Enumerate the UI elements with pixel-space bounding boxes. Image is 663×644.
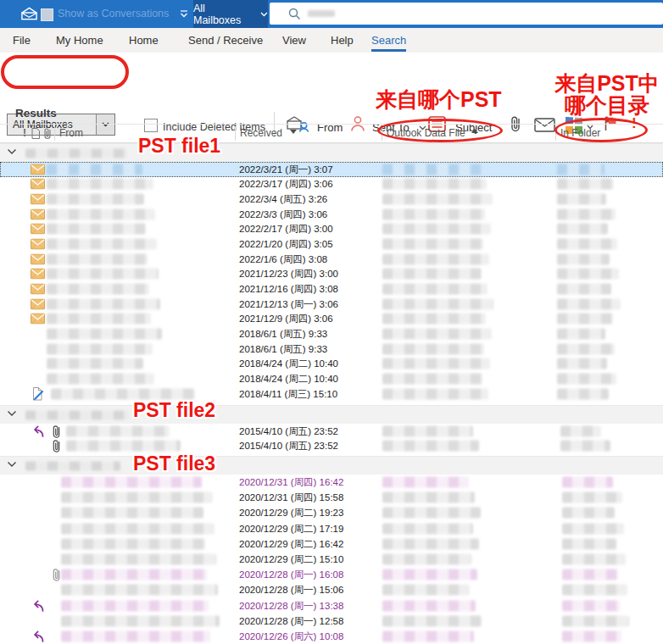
redacted-data-file [382,358,490,369]
unread-mail-icon [31,179,45,190]
redacted-data-file [382,208,485,219]
group-header[interactable] [0,405,663,424]
redacted-sender [61,523,214,534]
unread-mail-icon [31,239,45,250]
email-row[interactable]: 2022/3/4 (周五) 3:26 [0,192,663,207]
redacted-sender [47,284,149,295]
email-row[interactable]: 2022/1/20 (周四) 3:05 [0,236,663,252]
group-collapse-chevron-icon[interactable] [7,410,17,417]
email-row[interactable]: 2022/2/17 (周四) 3:00 [0,222,663,237]
redacted-data-file [382,373,482,384]
received-date: 2020/12/28 (周一) 13:38 [239,599,343,612]
email-row[interactable]: 2020/12/29 (周二) 15:10 [0,552,663,567]
redacted-folder [560,425,601,436]
redacted-folder [557,388,609,399]
redacted-folder [557,343,615,354]
redacted-sender [61,538,205,549]
email-row[interactable]: 2021/12/16 (周四) 3:08 [0,281,663,297]
email-row[interactable]: 2020/12/28 (周一) 15:06 [0,582,663,597]
email-row[interactable]: 2020/12/28 (周一) 12:58 [0,613,663,629]
outlook-search-window: Show as Conversations All Mailboxes File… [0,0,663,644]
redacted-data-file [382,600,476,611]
redacted-sender [47,343,153,354]
redacted-folder [560,441,610,452]
redacted-folder [557,194,606,205]
received-date: 2022/3/3 (周四) 3:06 [239,208,327,220]
email-row[interactable]: 2021/12/9 (周四) 3:06 [0,312,663,327]
redacted-folder [557,269,619,280]
email-row[interactable]: 2015/4/10 (周五) 23:52 [0,424,663,439]
received-date: 2020/12/31 (周四) 16:42 [239,476,343,489]
redacted-data-file [382,314,486,325]
received-date: 2020/12/28 (周一) 16:08 [239,569,343,581]
redacted-sender [47,373,154,384]
group-header[interactable] [0,456,663,475]
redacted-data-file [382,492,475,503]
email-row[interactable]: 2021/12/13 (周一) 3:06 [0,297,663,312]
received-date: 2020/12/28 (周一) 12:58 [239,614,343,627]
redacted-folder [557,314,613,325]
redacted-sender [61,477,202,488]
redacted-data-file [382,631,474,642]
group-collapse-chevron-icon[interactable] [7,461,17,468]
received-date: 2020/12/29 (周二) 15:10 [239,553,343,566]
redacted-sender [66,425,170,436]
email-row[interactable]: 2018/6/1 (周五) 9:33 [0,326,663,341]
redacted-data-file [382,441,479,452]
redacted-folder [557,284,611,295]
redacted-sender [51,388,195,399]
redacted-data-file [382,569,477,580]
received-date: 2020/12/29 (周二) 19:23 [239,507,343,519]
received-date: 2015/4/10 (周五) 23:52 [239,425,338,437]
received-date: 2020/12/26 (周六) 10:08 [239,630,343,643]
reply-icon [29,630,45,643]
email-row[interactable]: 2020/12/28 (周一) 13:38 [0,598,663,613]
email-row[interactable]: 2020/12/26 (周六) 10:08 [0,629,663,644]
redacted-sender [61,508,203,519]
email-row[interactable]: 2022/3/3 (周四) 3:06 [0,207,663,222]
email-list: 2022/3/21 (周一) 3:072022/3/17 (周四) 3:0620… [0,0,663,644]
redacted-sender [61,631,210,642]
redacted-sender [47,239,157,250]
group-collapse-chevron-icon[interactable] [7,148,17,155]
redacted-data-file [382,343,484,354]
email-row[interactable]: 2022/3/21 (周一) 3:07 [0,162,663,177]
email-row[interactable]: 2018/4/24 (周二) 10:40 [0,371,663,386]
redacted-data-file [382,585,470,596]
redacted-folder [557,253,610,264]
received-date: 2022/1/6 (周四) 3:08 [239,253,327,265]
redacted-sender [61,615,220,626]
redacted-sender [47,224,146,235]
unread-mail-icon [31,284,45,295]
email-row[interactable]: 2020/12/31 (周四) 16:42 [0,475,663,490]
email-row[interactable]: 2022/3/17 (周四) 3:06 [0,177,663,192]
received-date: 2022/3/17 (周四) 3:06 [239,178,333,191]
redacted-sender [61,554,216,565]
attachment-icon [52,439,61,453]
email-row[interactable]: 2022/1/6 (周四) 3:08 [0,252,663,267]
redacted-sender [61,600,209,611]
email-row[interactable]: 2020/12/28 (周一) 16:08 [0,567,663,582]
redacted-data-file [382,253,489,264]
redacted-folder [557,373,616,384]
email-row[interactable]: 2021/12/23 (周四) 3:00 [0,267,663,282]
email-row[interactable]: 2018/4/11 (周三) 15:10 [0,386,663,402]
received-date: 2018/4/11 (周三) 15:10 [239,387,337,400]
email-row[interactable]: 2015/4/10 (周五) 23:52 [0,439,663,454]
email-row[interactable]: 2020/12/29 (周二) 16:42 [0,536,663,552]
redacted-group-name [25,148,127,158]
redacted-data-file [382,477,469,488]
email-row[interactable]: 2020/12/31 (周四) 15:58 [0,490,663,505]
redacted-data-file [382,298,493,309]
email-row[interactable]: 2020/12/29 (周二) 17:19 [0,521,663,536]
received-date: 2020/12/28 (周一) 15:06 [239,584,343,597]
redacted-data-file [382,523,473,534]
email-row[interactable]: 2020/12/29 (周二) 19:23 [0,505,663,520]
email-row[interactable]: 2018/4/24 (周二) 10:40 [0,356,663,371]
redacted-group-name [25,461,120,470]
redacted-folder [557,239,617,250]
redacted-data-file [382,508,481,519]
email-row[interactable]: 2018/6/1 (周五) 9:33 [0,341,663,357]
received-date: 2020/12/29 (周二) 17:19 [239,522,343,535]
group-header[interactable] [0,143,663,162]
